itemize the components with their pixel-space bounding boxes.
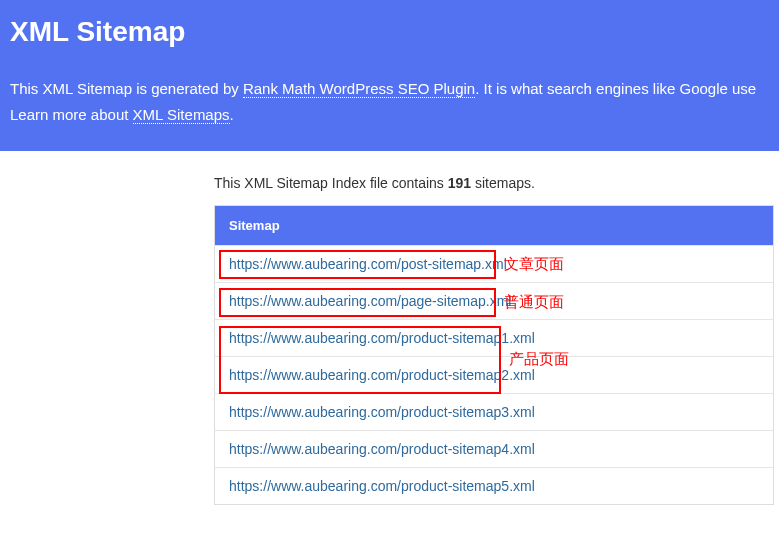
table-row: https://www.aubearing.com/post-sitemap.x… [215,246,774,283]
intro-text: This XML Sitemap Index file contains 191… [214,175,779,191]
table-row: https://www.aubearing.com/product-sitema… [215,431,774,468]
table-wrap: Sitemap https://www.aubearing.com/post-s… [214,205,779,505]
table-row: https://www.aubearing.com/product-sitema… [215,320,774,357]
xml-sitemaps-link[interactable]: XML Sitemaps [133,106,230,124]
table-row: https://www.aubearing.com/product-sitema… [215,357,774,394]
sitemap-table: Sitemap https://www.aubearing.com/post-s… [214,205,774,505]
table-row: https://www.aubearing.com/product-sitema… [215,468,774,505]
sitemap-link[interactable]: https://www.aubearing.com/product-sitema… [229,367,535,383]
intro-prefix: This XML Sitemap Index file contains [214,175,448,191]
table-row: https://www.aubearing.com/product-sitema… [215,394,774,431]
header-desc-line2: Learn more about XML Sitemaps. [10,102,769,128]
desc-line2-prefix: Learn more about [10,106,133,123]
sitemap-link[interactable]: https://www.aubearing.com/product-sitema… [229,330,535,346]
table-row: https://www.aubearing.com/page-sitemap.x… [215,283,774,320]
desc-mid: . It is what search engines like Google … [475,80,756,97]
sitemap-link[interactable]: https://www.aubearing.com/product-sitema… [229,478,535,494]
sitemap-link[interactable]: https://www.aubearing.com/page-sitemap.x… [229,293,511,309]
desc-prefix: This XML Sitemap is generated by [10,80,243,97]
header: XML Sitemap This XML Sitemap is generate… [0,0,779,151]
sitemap-link[interactable]: https://www.aubearing.com/product-sitema… [229,441,535,457]
rank-math-link[interactable]: Rank Math WordPress SEO Plugin [243,80,475,98]
intro-suffix: sitemaps. [471,175,535,191]
desc-line2-suffix: . [230,106,234,123]
sitemap-link[interactable]: https://www.aubearing.com/post-sitemap.x… [229,256,507,272]
col-header-sitemap: Sitemap [215,206,774,246]
header-desc-line1: This XML Sitemap is generated by Rank Ma… [10,76,769,102]
sitemap-link[interactable]: https://www.aubearing.com/product-sitema… [229,404,535,420]
page-title: XML Sitemap [10,16,769,48]
intro-count: 191 [448,175,471,191]
content-area: This XML Sitemap Index file contains 191… [0,151,779,505]
